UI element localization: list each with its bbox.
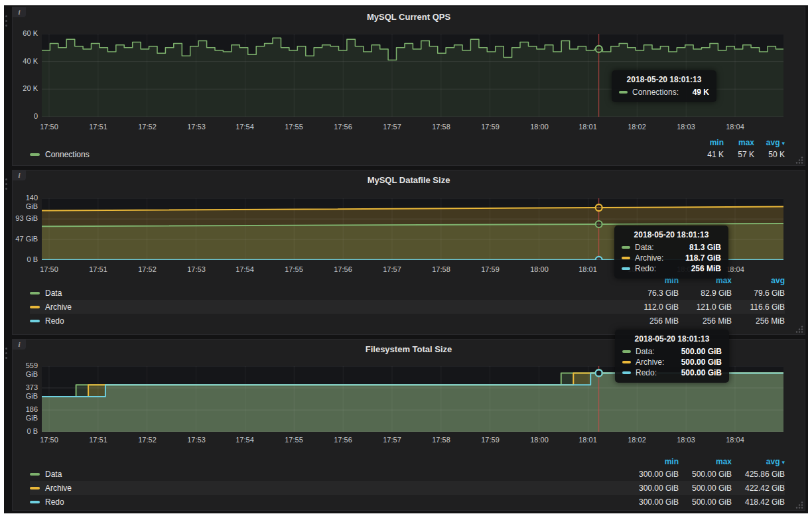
legend-stat-value-max: 82.9 GiB <box>679 289 732 298</box>
x-tick-label: 17:58 <box>426 436 456 444</box>
legend-stat-header-max[interactable]: max <box>679 457 732 466</box>
legend-stat-value-max: 256 MiB <box>679 316 732 326</box>
legend-stat-header-min[interactable]: min <box>626 457 679 466</box>
x-tick-label: 17:53 <box>181 265 212 274</box>
legend-series-name: Archive <box>45 302 72 312</box>
legend-stats-header: minmaxavg▾ <box>30 456 785 467</box>
tooltip-series-row: Redo:256 MiB <box>622 264 721 273</box>
series-color-dash-icon <box>30 320 40 322</box>
x-tick-label: 17:54 <box>230 123 260 131</box>
tooltip-series-row: Data:500.00 GiB <box>622 347 722 356</box>
y-tick-label: 47 GiB <box>13 235 38 243</box>
resize-handle-icon[interactable] <box>795 325 803 333</box>
legend-stat-value-max: 500.00 GiB <box>679 470 732 479</box>
legend-series-name: Redo <box>45 497 64 507</box>
x-tick-label: 18:00 <box>524 265 555 274</box>
tooltip-series-row: Connections:49 K <box>619 88 709 97</box>
x-tick-label: 17:59 <box>475 265 506 274</box>
legend-row-redo: Redo256 MiB256 MiB256 MiB <box>30 314 785 328</box>
legend-series-toggle-archive[interactable]: Archive <box>30 484 72 493</box>
legend-stat-header-avg[interactable]: avg▾ <box>754 138 785 147</box>
legend-stat-value-max: 500.00 GiB <box>679 484 732 493</box>
series-color-dash-icon <box>30 487 40 489</box>
legend-stat-value-min: 300.00 GiB <box>626 470 679 479</box>
x-tick-label: 17:50 <box>34 436 64 444</box>
x-tick-label: 18:00 <box>524 436 555 444</box>
sort-caret-icon: ▾ <box>781 140 785 147</box>
legend-series-name: Data <box>45 470 62 479</box>
crosshair-marker <box>596 369 602 376</box>
tooltip-series-value: 500.00 GiB <box>671 358 722 367</box>
panel-drag-handle-icon[interactable] <box>5 348 8 361</box>
tooltip-series-row: Data:81.3 GiB <box>622 243 721 252</box>
series-color-dash-icon <box>622 246 630 249</box>
tooltip-series-name: Archive: <box>636 358 664 367</box>
x-tick-label: 17:54 <box>230 436 260 444</box>
legend-stat-header-min[interactable]: min <box>693 138 724 147</box>
x-tick-label: 18:00 <box>524 123 555 131</box>
panel-title[interactable]: MySQL Current QPS <box>13 12 805 22</box>
tooltip-series-value: 500.00 GiB <box>671 347 722 356</box>
legend-series-toggle-connections[interactable]: Connections <box>30 150 90 159</box>
legend-stat-header-avg[interactable]: avg▾ <box>732 457 785 466</box>
tooltip-series-name: Data: <box>635 243 654 252</box>
legend-stat-value-avg: 422.42 GiB <box>732 484 785 493</box>
legend-series-toggle-redo[interactable]: Redo <box>30 316 64 326</box>
legend-stat-value-min: 41 K <box>693 150 724 159</box>
x-tick-label: 17:51 <box>83 123 113 131</box>
x-tick-label: 17:59 <box>475 123 506 131</box>
legend-stat-value-avg: 50 K <box>754 150 785 159</box>
x-tick-label: 17:55 <box>279 436 309 444</box>
legend-series-toggle-data[interactable]: Data <box>30 289 62 298</box>
x-tick-label: 17:57 <box>377 436 407 444</box>
y-tick-label: 559 GiB <box>13 361 38 379</box>
legend-stats-header: minmaxavg▾ <box>30 137 785 148</box>
tooltip-series-name: Connections: <box>632 88 679 97</box>
tooltip-series-name: Archive: <box>635 253 663 263</box>
x-tick-label: 17:58 <box>426 123 456 131</box>
x-tick-label: 18:02 <box>622 123 652 131</box>
resize-handle-icon[interactable] <box>795 156 803 164</box>
y-tick-label: 40 K <box>13 57 38 66</box>
x-tick-label: 17:56 <box>328 265 358 274</box>
legend-series-toggle-data[interactable]: Data <box>30 470 62 479</box>
x-tick-label: 17:57 <box>377 265 407 274</box>
crosshair-marker <box>596 257 602 260</box>
legend-stat-value-avg: 418.42 GiB <box>732 497 785 507</box>
y-tick-label: 20 K <box>13 84 38 93</box>
tooltip-series-value: 256 MiB <box>681 264 721 273</box>
panel-drag-handle-icon[interactable] <box>5 15 8 29</box>
legend-row-archive: Archive112.0 GiB121.0 GiB116.6 GiB <box>30 300 785 314</box>
series-color-dash-icon <box>622 267 630 270</box>
panel-title[interactable]: MySQL Datafile Size <box>13 175 805 185</box>
x-tick-label: 17:57 <box>377 123 407 131</box>
page: i MySQL Current QPS 020 K40 K60 K 17:501… <box>0 0 812 520</box>
panel-drag-handle-icon[interactable] <box>5 178 8 192</box>
tooltip-series-row: Archive:118.7 GiB <box>622 253 721 263</box>
legend-stat-header-max[interactable]: max <box>724 138 754 147</box>
tooltip-series-value: 118.7 GiB <box>675 253 721 263</box>
legend-stat-value-avg: 256 MiB <box>732 316 785 326</box>
legend-stat-value-max: 500.00 GiB <box>679 497 732 507</box>
series-color-dash-icon <box>30 501 40 503</box>
resize-handle-icon[interactable] <box>795 501 803 509</box>
y-tick-label: 0 B <box>13 427 38 436</box>
legend-series-name: Data <box>45 289 62 298</box>
x-tick-label: 17:51 <box>83 265 113 274</box>
y-tick-label: 186 GiB <box>13 405 38 422</box>
legend-stat-value-min: 300.00 GiB <box>626 497 679 507</box>
x-tick-label: 17:51 <box>83 436 113 444</box>
legend-stat-header-avg[interactable]: avg <box>732 276 785 285</box>
tooltip-series-name: Redo: <box>635 264 656 273</box>
legend-series-toggle-archive[interactable]: Archive <box>30 302 72 312</box>
x-tick-label: 18:03 <box>671 436 701 444</box>
legend-series-toggle-redo[interactable]: Redo <box>30 497 64 507</box>
x-tick-label: 17:50 <box>34 265 64 274</box>
tooltip-mysql-current-qps: 2018-05-20 18:01:13 Connections:49 K <box>612 70 716 102</box>
x-tick-label: 17:52 <box>132 265 163 274</box>
tooltip-mysql-datafile-size: 2018-05-20 18:01:13 Data:81.3 GiBArchive… <box>614 226 728 279</box>
sort-caret-icon: ▾ <box>781 459 785 466</box>
tooltip-series-value: 500.00 GiB <box>671 368 722 377</box>
y-tick-label: 93 GiB <box>13 214 38 223</box>
legend-stat-value-min: 76.3 GiB <box>626 289 679 298</box>
